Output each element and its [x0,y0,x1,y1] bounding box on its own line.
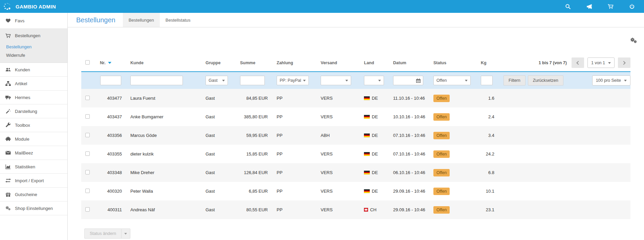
area-chart-icon [5,164,11,169]
column-header-gruppe[interactable]: Gruppe [206,61,240,65]
order-date: 29.09.16 - 10:46 [393,207,433,212]
country-flag-icon [364,115,370,119]
table-row[interactable]: 403477 Laura Fuerst Gast 84,85 EUR PP VE… [81,89,630,107]
select-all-checkbox[interactable] [85,60,90,65]
caret-down-icon [303,80,306,83]
search-icon[interactable] [565,4,571,9]
status-aendern-dropdown-toggle[interactable] [122,229,130,239]
order-date: 29.09.16 - 10:46 [393,189,433,194]
order-number: 403477 [95,96,122,101]
filter-button[interactable]: Filtern [503,75,525,86]
filter-datum-input[interactable] [393,76,423,85]
sidebar-subitem-bestellungen[interactable]: Bestellungen [0,43,67,51]
brand-title: GAMBIO ADMIN [16,4,56,9]
shipping-method: VERS [321,114,364,119]
order-number: 403437 [95,114,122,119]
order-weight: 24.2 [481,151,499,157]
filter-gruppe-select[interactable]: Gast [206,76,228,85]
column-header-nr[interactable]: Nr. [95,61,122,65]
payment-method: PP [271,207,321,212]
order-number: 403348 [95,170,122,175]
pagination-next-button[interactable] [618,57,630,68]
column-header-summe[interactable]: Summe [240,61,271,65]
country-code: DE [372,96,378,101]
order-weight: 2.4 [481,114,499,119]
payment-method: PP [271,133,321,138]
sidebar-item-mailbeez[interactable]: MailBeez [0,146,67,160]
row-checkbox[interactable] [85,114,90,119]
tab-bestellstatus[interactable]: Bestellstatus [160,13,196,27]
table-row[interactable]: 403356 Marcus Göde Gast 59,95 EUR PP ABH… [81,126,630,145]
table-row[interactable]: 403355 dieter kulzik Gast 15,85 EUR PP V… [81,145,630,163]
shipping-method: ABH [321,133,364,138]
pagination-info: 1 bis 7 (von 7) [539,61,567,65]
table-settings-cogs-icon[interactable] [630,38,637,44]
row-checkbox[interactable] [85,207,90,212]
sidebar-item-artikel[interactable]: Artikel [0,77,67,91]
status-badge: Offen [433,150,450,158]
row-checkbox[interactable] [85,170,90,174]
sidebar-item-darstellung[interactable]: Darstellung [0,104,67,118]
order-weight: 23.1 [481,207,499,212]
row-checkbox[interactable] [85,151,90,156]
table-row[interactable]: 403437 Anke Bumgarner Gast 385,80 EUR PP… [81,107,630,126]
sidebar-item-kunden[interactable]: Kunden [0,63,67,77]
row-checkbox[interactable] [85,96,90,100]
sidebar-item-label: Gutscheine [15,192,37,197]
per-page-select[interactable]: 100 pro Seite [592,75,630,86]
row-checkbox[interactable] [85,133,90,137]
country-code: DE [372,170,378,175]
sidebar-subitem-widerrufe[interactable]: Widerrufe [0,51,67,59]
caret-down-icon [345,80,348,83]
filter-status-select[interactable]: Offen [433,76,471,85]
country-flag-icon [364,96,370,100]
page-title: Bestellungen [68,16,115,24]
status-aendern-button[interactable]: Status ändern [84,229,122,239]
sidebar-item-import-export[interactable]: Import / Export [0,174,67,188]
filter-kg-input[interactable] [481,76,493,85]
sidebar-item-bestellungen[interactable]: Bestellungen [0,29,67,43]
table-row[interactable]: 400320 Peter Walla Gast 6,85 EUR PP VERS… [81,182,630,200]
sidebar-item-gutscheine[interactable]: Gutscheine [0,188,67,201]
sidebar-item-favs[interactable]: Favs [0,13,67,29]
pagination-prev-button[interactable] [572,57,584,68]
column-header-status[interactable]: Status [433,61,481,65]
cart-icon [5,33,11,39]
table-row[interactable]: 403348 Mike Dreher Gast 126,84 EUR PP VE… [81,163,630,182]
caret-down-icon [222,80,225,83]
column-header-datum[interactable]: Datum [393,61,433,65]
status-badge: Offen [433,113,450,121]
sidebar-item-shop-einstellungen[interactable]: Shop Einstellungen [0,201,67,215]
sidebar-item-module[interactable]: Module [0,132,67,146]
pagination-page-select[interactable]: 1 von 1 [587,57,615,68]
sidebar-item-hermes[interactable]: Hermes [0,91,67,104]
tab-bestellungen[interactable]: Bestellungen [123,13,160,27]
order-date: 11.10.16 - 10:46 [393,96,433,101]
filter-summe-input[interactable] [240,76,265,85]
column-header-versand[interactable]: Versand [321,61,364,65]
filter-land-select[interactable] [364,76,384,85]
filter-kunde-input[interactable] [130,76,183,85]
filter-versand-select[interactable] [321,76,351,85]
column-header-kg[interactable]: Kg [481,61,499,65]
reset-button[interactable]: Zurücksetzen [528,75,563,86]
sidebar-item-label: Favs [15,18,24,23]
column-header-land[interactable]: Land [364,61,393,65]
table-row[interactable]: 400311 Andreas Näf Gast 80,55 EUR PP VER… [81,200,630,219]
status-badge: Offen [433,188,450,195]
filter-nr-input[interactable] [100,76,121,85]
sidebar-item-statistiken[interactable]: Statistiken [0,160,67,174]
country-flag-icon [364,152,370,156]
status-badge: Offen [433,132,450,139]
column-header-kunde[interactable]: Kunde [122,61,206,65]
megaphone-icon[interactable] [586,4,592,9]
filter-zahlung-select[interactable]: PP: PayPal [277,76,309,85]
column-header-zahlung[interactable]: Zahlung [271,61,321,65]
order-total: 84,85 EUR [240,96,271,101]
sidebar-item-toolbox[interactable]: Toolbox [0,118,67,132]
cart-icon[interactable] [608,4,614,9]
customer-name: dieter kulzik [122,151,206,157]
power-icon[interactable] [629,4,635,9]
customer-name: Laura Fuerst [122,96,206,101]
row-checkbox[interactable] [85,189,90,193]
